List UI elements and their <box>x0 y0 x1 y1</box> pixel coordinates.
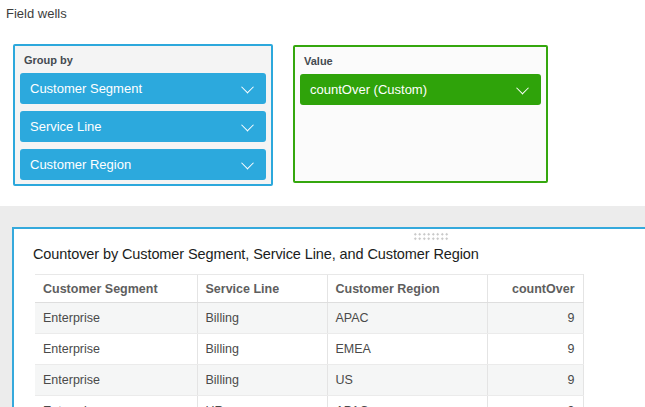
cell-countover[interactable]: 9 <box>487 334 583 365</box>
table-header-row: Customer Segment Service Line Customer R… <box>35 275 583 303</box>
cell-service-line[interactable]: Billing <box>197 334 327 365</box>
group-by-well-label: Group by <box>24 54 266 66</box>
data-table: Customer Segment Service Line Customer R… <box>35 274 584 407</box>
chevron-down-icon[interactable] <box>241 119 254 132</box>
cell-service-line[interactable]: HR <box>197 396 327 407</box>
value-well-label: Value <box>304 55 541 67</box>
cell-countover[interactable]: 9 <box>487 303 583 334</box>
cell-customer-region[interactable]: US <box>327 365 487 396</box>
cell-customer-region[interactable]: APAC <box>327 396 487 407</box>
field-pill-label: countOver (Custom) <box>310 82 427 97</box>
chevron-down-icon[interactable] <box>516 82 529 95</box>
drag-handle-icon[interactable] <box>413 232 449 241</box>
cell-customer-segment[interactable]: Enterprise <box>35 334 197 365</box>
value-well[interactable]: Value countOver (Custom) <box>293 45 548 183</box>
column-header-countover[interactable]: countOver <box>487 275 583 303</box>
table-row[interactable]: Enterprise HR APAC 9 <box>35 396 583 407</box>
field-pill-customer-segment[interactable]: Customer Segment <box>20 73 266 104</box>
chevron-down-icon[interactable] <box>241 157 254 170</box>
table-row[interactable]: Enterprise Billing EMEA 9 <box>35 334 583 365</box>
page-title: Field wells <box>6 6 67 21</box>
cell-customer-segment[interactable]: Enterprise <box>35 303 197 334</box>
field-pill-service-line[interactable]: Service Line <box>20 111 266 142</box>
column-header-customer-segment[interactable]: Customer Segment <box>35 275 197 303</box>
column-header-service-line[interactable]: Service Line <box>197 275 327 303</box>
field-pill-label: Customer Region <box>30 157 131 172</box>
field-pill-countover[interactable]: countOver (Custom) <box>300 74 541 105</box>
cell-countover[interactable]: 9 <box>487 365 583 396</box>
chevron-down-icon[interactable] <box>241 81 254 94</box>
cell-service-line[interactable]: Billing <box>197 365 327 396</box>
visual-title[interactable]: Countover by Customer Segment, Service L… <box>33 246 645 262</box>
cell-customer-segment[interactable]: Enterprise <box>35 396 197 407</box>
group-by-well[interactable]: Group by Customer Segment Service Line C… <box>13 44 273 186</box>
cell-customer-region[interactable]: EMEA <box>327 334 487 365</box>
field-pill-customer-region[interactable]: Customer Region <box>20 149 266 180</box>
field-pill-label: Customer Segment <box>30 81 142 96</box>
cell-service-line[interactable]: Billing <box>197 303 327 334</box>
table-visual-panel[interactable]: Countover by Customer Segment, Service L… <box>12 227 645 407</box>
field-pill-label: Service Line <box>30 119 102 134</box>
cell-customer-segment[interactable]: Enterprise <box>35 365 197 396</box>
cell-customer-region[interactable]: APAC <box>327 303 487 334</box>
column-header-customer-region[interactable]: Customer Region <box>327 275 487 303</box>
cell-countover[interactable]: 9 <box>487 396 583 407</box>
table-row[interactable]: Enterprise Billing APAC 9 <box>35 303 583 334</box>
table-row[interactable]: Enterprise Billing US 9 <box>35 365 583 396</box>
